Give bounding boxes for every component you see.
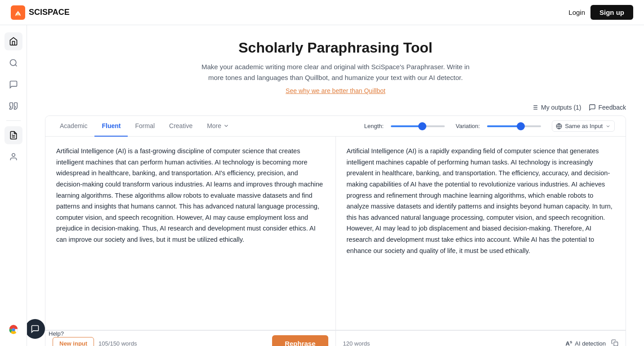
left-bar-left: New input 105/150 words <box>53 337 137 346</box>
tabs-right: Length: Variation: Same as Input <box>364 120 618 132</box>
page-subtitle: Make your academic writing more clear an… <box>45 62 626 83</box>
tab-more[interactable]: More <box>200 116 237 137</box>
tabs-left: Academic Fluent Formal Creative More <box>53 116 237 136</box>
length-control: Length: <box>364 123 445 129</box>
feedback-icon <box>589 104 596 111</box>
tab-formal[interactable]: Formal <box>128 116 162 137</box>
topnav: SCISPACE Login Sign up <box>0 0 644 25</box>
sidebar-item-home[interactable] <box>4 32 22 50</box>
logo: SCISPACE <box>11 5 70 20</box>
new-input-button[interactable]: New input <box>53 337 94 346</box>
my-outputs-button[interactable]: My outputs (1) <box>531 104 581 111</box>
svg-line-2 <box>15 65 17 67</box>
sidebar-item-ai-user[interactable] <box>4 148 22 166</box>
right-bottom-bar: 120 words AS AI detection <box>336 330 626 346</box>
sidebar-item-search[interactable] <box>4 54 22 72</box>
left-panel-text[interactable]: Artificial Intelligence (AI) is a fast-g… <box>56 146 325 245</box>
feedback-label: Feedback <box>599 104 626 111</box>
panels: Artificial Intelligence (AI) is a fast-g… <box>45 137 626 330</box>
sidebar-item-quote[interactable] <box>4 97 22 115</box>
right-panel: Artificial Intelligence (AI) is a rapidl… <box>336 137 626 330</box>
toolbar-row: My outputs (1) Feedback <box>45 104 626 111</box>
language-chevron-icon <box>605 124 611 129</box>
sidebar <box>0 25 27 346</box>
copy-icon <box>611 339 618 346</box>
tab-academic[interactable]: Academic <box>53 116 94 137</box>
left-bar-right: Rephrase <box>272 335 328 346</box>
globe-icon <box>556 123 562 129</box>
ai-detection-button[interactable]: AS AI detection <box>566 340 606 346</box>
outputs-icon <box>531 104 538 111</box>
right-panel-text: Artificial Intelligence (AI) is a rapidl… <box>347 146 615 256</box>
variation-label: Variation: <box>456 123 480 129</box>
svg-rect-16 <box>614 342 618 346</box>
left-panel: Artificial Intelligence (AI) is a fast-g… <box>45 137 336 330</box>
tab-fluent[interactable]: Fluent <box>94 116 128 137</box>
compare-link[interactable]: See why we are better than Quillbot <box>286 87 385 94</box>
sidebar-item-chrome[interactable] <box>4 321 22 339</box>
page-title: Scholarly Paraphrasing Tool <box>45 40 626 56</box>
feedback-button[interactable]: Feedback <box>589 104 626 111</box>
logo-icon <box>11 5 25 20</box>
copy-button[interactable] <box>611 339 618 346</box>
right-bar-right: AS AI detection <box>566 339 618 346</box>
language-select[interactable]: Same as Input <box>552 120 615 132</box>
svg-point-1 <box>10 60 16 66</box>
help-label: Help? <box>49 330 64 337</box>
variation-control: Variation: <box>456 123 541 129</box>
sidebar-bottom <box>4 321 22 339</box>
variation-slider[interactable] <box>487 125 541 127</box>
sidebar-divider <box>6 120 21 121</box>
rephrase-button[interactable]: Rephrase <box>272 335 328 346</box>
editor-card: Academic Fluent Formal Creative More Len… <box>45 115 626 346</box>
main-content: Scholarly Paraphrasing Tool Make your ac… <box>27 25 644 346</box>
sidebar-item-document[interactable] <box>4 126 22 144</box>
ai-icon: AS <box>566 340 572 346</box>
length-slider[interactable] <box>391 125 445 127</box>
sidebar-item-chat[interactable] <box>4 75 22 93</box>
left-word-count: 105/150 words <box>98 340 137 346</box>
right-word-count: 120 words <box>343 340 370 346</box>
ai-detection-label: AI detection <box>575 340 606 346</box>
nav-actions: Login Sign up <box>568 5 633 20</box>
svg-point-7 <box>12 328 15 331</box>
bottom-bars: New input 105/150 words Rephrase 120 wor… <box>45 330 626 346</box>
tabs-controls: Academic Fluent Formal Creative More Len… <box>53 116 618 136</box>
signup-button[interactable]: Sign up <box>590 5 633 20</box>
chat-bubble[interactable] <box>25 319 45 339</box>
logo-text: SCISPACE <box>29 8 70 17</box>
length-label: Length: <box>364 123 384 129</box>
tab-creative[interactable]: Creative <box>162 116 200 137</box>
chevron-down-icon <box>223 123 229 129</box>
page-link: See why we are better than Quillbot <box>45 87 626 95</box>
svg-point-5 <box>12 154 15 157</box>
login-button[interactable]: Login <box>568 9 585 16</box>
left-bottom-bar: New input 105/150 words Rephrase <box>45 330 336 346</box>
my-outputs-label: My outputs (1) <box>541 104 581 111</box>
language-label: Same as Input <box>565 123 603 129</box>
tabs-row: Academic Fluent Formal Creative More Len… <box>45 116 626 137</box>
